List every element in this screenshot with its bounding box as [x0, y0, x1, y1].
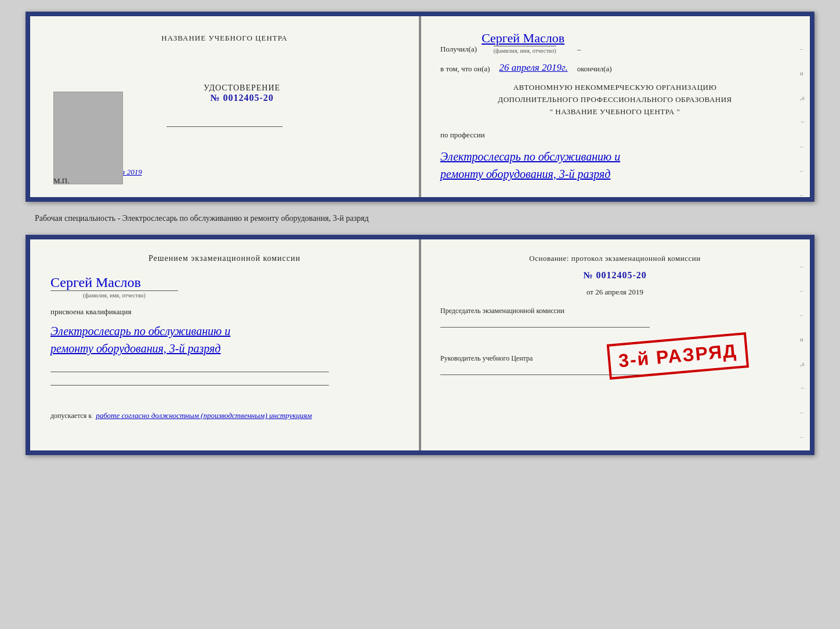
- org-line-1: АВТОНОМНУЮ НЕКОММЕРЧЕСКУЮ ОРГАНИЗАЦИЮ: [440, 82, 790, 94]
- top-doc-right: Получил(а) Сергей Маслов (фамилия, имя, …: [420, 16, 810, 197]
- top-left-title: НАЗВАНИЕ УЧЕБНОГО ЦЕНТРА: [161, 34, 287, 43]
- recipient-name-bottom: Сергей Маслов: [50, 275, 399, 290]
- middle-label: Рабочая специальность - Электрослесарь п…: [35, 212, 828, 224]
- org-line-2: ДОПОЛНИТЕЛЬНОГО ПРОФЕССИОНАЛЬНОГО ОБРАЗО…: [440, 94, 790, 106]
- sep-predsedatel: [440, 327, 650, 328]
- dopusk-label: допускается к: [50, 412, 92, 420]
- fio-sublabel-bottom: (фамилия, имя, отчество): [50, 290, 178, 299]
- recipient-name: Сергей Маслов: [481, 31, 564, 46]
- name-block-bottom: Сергей Маслов (фамилия, имя, отчество): [50, 272, 399, 299]
- predsedatel-line: Председатель экзаменационной комиссии: [440, 307, 790, 330]
- po-professii-line: по профессии: [440, 130, 790, 140]
- profession-block: Электрослесарь по обслуживанию и ремонту…: [440, 148, 790, 183]
- fio-sublabel-top: (фамилия, имя, отчество): [494, 46, 556, 54]
- top-doc-left: НАЗВАНИЕ УЧЕБНОГО ЦЕНТРА УДОСТОВЕРЕНИЕ №…: [30, 16, 420, 197]
- rukovoditel-label: Руководитель учебного Центра: [440, 354, 533, 362]
- org-line-3: " НАЗВАНИЕ УЧЕБНОГО ЦЕНТРА ": [440, 106, 790, 118]
- vtom-label: в том, что он(а): [440, 64, 490, 74]
- profession-line-2: ремонту оборудования, 3-й разряд: [440, 165, 790, 183]
- udost-number: № 0012405-20: [204, 93, 280, 103]
- mp-line: М.П.: [53, 176, 69, 186]
- page-wrapper: НАЗВАНИЕ УЧЕБНОГО ЦЕНТРА УДОСТОВЕРЕНИЕ №…: [12, 12, 828, 455]
- dopusk-written: работе согласно должностным (производств…: [96, 411, 312, 420]
- prisvoena-line: присвоена квалификация: [50, 307, 399, 317]
- reshenie-title: Решением экзаменационной комиссии: [50, 254, 399, 263]
- dopuskaetsya-block: допускается к работе согласно должностны…: [50, 411, 399, 420]
- side-letters-top: – и ,а ← – – –: [800, 45, 806, 198]
- photo-placeholder: [53, 92, 123, 184]
- qual-line-2: ремонту оборудования, 3-й разряд: [50, 340, 399, 357]
- osnovanie-line: Основание: протокол экзаменационной коми…: [440, 254, 790, 263]
- ot-line: от 26 апреля 2019: [440, 288, 790, 297]
- vtom-line: в том, что он(а) 26 апреля 2019г. окончи…: [440, 62, 790, 74]
- dash-1: –: [577, 45, 581, 54]
- bottom-doc-left: Решением экзаменационной комиссии Сергей…: [30, 239, 420, 450]
- poluchil-line: Получил(а) Сергей Маслов (фамилия, имя, …: [440, 31, 790, 54]
- qual-line-1: Электрослесарь по обслуживанию и: [50, 322, 399, 340]
- side-letters-bottom: – – – и ,а ← – –: [800, 263, 806, 440]
- profession-line-1: Электрослесарь по обслуживанию и: [440, 148, 790, 165]
- stamp-text: 3-й РАЗРЯД: [618, 340, 738, 371]
- top-document: НАЗВАНИЕ УЧЕБНОГО ЦЕНТРА УДОСТОВЕРЕНИЕ №…: [26, 12, 814, 202]
- vtom-date: 26 апреля 2019г.: [499, 62, 568, 74]
- separator-line-1: [166, 126, 283, 127]
- poluchil-label: Получил(а): [440, 45, 477, 54]
- bottom-document: Решением экзаменационной комиссии Сергей…: [26, 235, 814, 455]
- okончil-label: окончил(а): [577, 64, 612, 74]
- udost-label: УДОСТОВЕРЕНИЕ: [204, 83, 280, 93]
- sep-line-3: [50, 385, 329, 386]
- predsedatel-label: Председатель экзаменационной комиссии: [440, 307, 564, 315]
- sep-line-2: [50, 372, 329, 372]
- org-block: АВТОНОМНУЮ НЕКОММЕРЧЕСКУЮ ОРГАНИЗАЦИЮ ДО…: [440, 82, 790, 118]
- udostoverenie-block: УДОСТОВЕРЕНИЕ № 0012405-20: [204, 83, 280, 103]
- qualification-block: Электрослесарь по обслуживанию и ремонту…: [50, 322, 399, 357]
- bottom-doc-right: Основание: протокол экзаменационной коми…: [420, 239, 810, 450]
- bottom-number: № 0012405-20: [440, 270, 790, 281]
